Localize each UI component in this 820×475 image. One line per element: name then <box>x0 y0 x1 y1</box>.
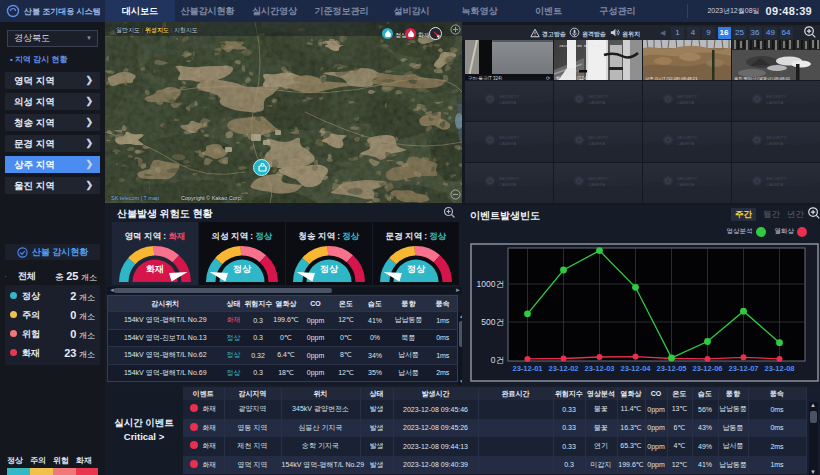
svg-text:CAMERA: CAMERA <box>499 141 516 146</box>
svg-text:정상: 정상 <box>407 264 426 274</box>
svg-text:CAMERA: CAMERA <box>588 141 605 146</box>
svg-text:23-12-05: 23-12-05 <box>656 364 686 373</box>
svg-text:CAMERA: CAMERA <box>677 182 694 187</box>
svg-text:정상: 정상 <box>320 264 339 274</box>
svg-text:월곡산 T1 (12-08): 월곡산 T1 (12-08) <box>556 76 592 81</box>
svg-text:CAMERA: CAMERA <box>588 100 605 105</box>
svg-text:SECURITY: SECURITY <box>588 176 609 181</box>
svg-text:상주 감시T (12-08) 09:48:21: 상주 감시T (12-08) 09:48:21 <box>645 76 698 81</box>
svg-text:CAMERA: CAMERA <box>766 182 783 187</box>
svg-text:SECURITY: SECURITY <box>677 176 698 181</box>
svg-text:CAMERA: CAMERA <box>677 141 694 146</box>
svg-text:SECURITY: SECURITY <box>677 94 698 99</box>
svg-text:SECURITY: SECURITY <box>499 176 520 181</box>
svg-text:구미-독곡(T 324): 구미-독곡(T 324) <box>468 76 502 81</box>
svg-text:1000건: 1000건 <box>477 279 504 289</box>
svg-text:SECURITY: SECURITY <box>766 94 787 99</box>
svg-text:23-12-08: 23-12-08 <box>764 364 794 373</box>
svg-text:0건: 0건 <box>491 355 504 365</box>
svg-text:23-12-07: 23-12-07 <box>728 364 758 373</box>
svg-text:23-12-03: 23-12-03 <box>584 364 614 373</box>
svg-text:CAMERA: CAMERA <box>677 100 694 105</box>
svg-text:SECURITY: SECURITY <box>766 176 787 181</box>
svg-text:23-12-04: 23-12-04 <box>620 364 651 373</box>
svg-text:정상: 정상 <box>233 264 252 274</box>
svg-text:SECURITY: SECURITY <box>499 94 520 99</box>
svg-text:울진 백암산 (열화상) 09:48:01: 울진 백암산 (열화상) 09:48:01 <box>734 76 791 81</box>
svg-text:SECURITY: SECURITY <box>588 94 609 99</box>
svg-text:CAMERA: CAMERA <box>588 182 605 187</box>
svg-text:23-12-06: 23-12-06 <box>692 364 722 373</box>
svg-text:화재: 화재 <box>146 264 164 274</box>
svg-text:23-12-01: 23-12-01 <box>512 364 542 373</box>
svg-text:CAMERA: CAMERA <box>499 182 516 187</box>
svg-text:23-12-02: 23-12-02 <box>548 364 578 373</box>
svg-text:2023-12-08 09:47:59: 2023-12-08 09:47:59 <box>559 44 603 48</box>
svg-text:CAMERA: CAMERA <box>499 100 516 105</box>
svg-text:500건: 500건 <box>481 317 504 327</box>
svg-text:CAMERA: CAMERA <box>766 100 783 105</box>
svg-text:SECURITY: SECURITY <box>677 135 698 140</box>
svg-text:CAMERA: CAMERA <box>766 141 783 146</box>
svg-text:SECURITY: SECURITY <box>588 135 609 140</box>
svg-text:SECURITY: SECURITY <box>766 135 787 140</box>
svg-text:SECURITY: SECURITY <box>499 135 520 140</box>
